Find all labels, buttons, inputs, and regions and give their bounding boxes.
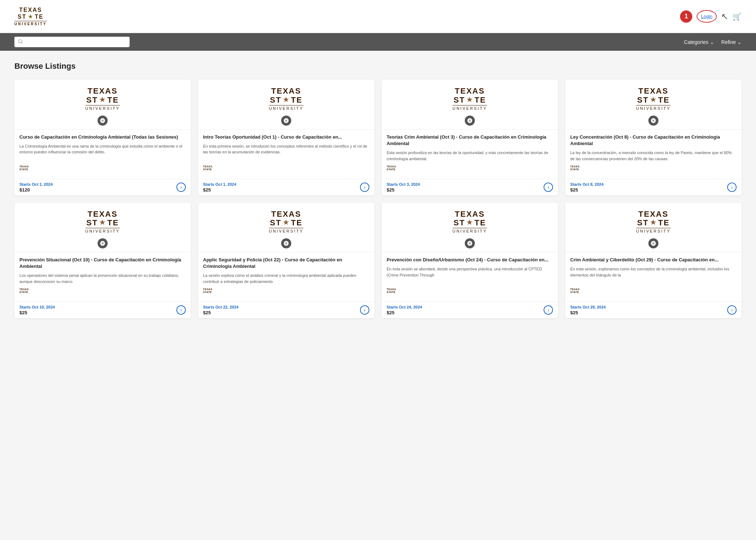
card-image: TEXAS ST ★ TE UNIVERSITY: [382, 203, 558, 252]
category-svg: [467, 240, 473, 246]
card-price: $25: [19, 310, 55, 315]
tsu-logo-line3: UNIVERSITY: [453, 105, 487, 111]
tsu-logo-line1: TEXAS: [271, 210, 301, 219]
category-svg: [651, 240, 656, 246]
card-title: Teorías Crim Ambiental (Oct 3) - Curso d…: [387, 134, 553, 147]
course-card: TEXAS ST ★ TE UNIVERSITY Applic Segurida…: [198, 203, 374, 318]
card-image: TEXAS ST ★ TE UNIVERSITY: [14, 80, 191, 129]
card-description: En esta sesión, exploramos como los conc…: [570, 266, 737, 284]
header: TEXAS ST ★ TE UNIVERSITY 1 Login ↖ 🛒: [0, 0, 756, 33]
refine-button[interactable]: Refine ⌄: [721, 39, 742, 45]
card-date: Starts Oct 1, 2024: [19, 182, 53, 186]
browse-title: Browse Listings: [14, 62, 742, 71]
card-title: Intro Teorías Oportunidad (Oct 1) - Curs…: [203, 134, 369, 140]
card-image: TEXAS ST ★ TE UNIVERSITY: [14, 203, 191, 252]
card-mini-logo: TEXAS STATE: [570, 165, 737, 171]
categories-button[interactable]: Categories ⌄: [684, 39, 714, 45]
tsu-logo-line2: ST ★ TE: [637, 96, 670, 104]
tsu-star-icon: ★: [99, 96, 106, 104]
card-footer: Starts Oct 29, 2024 $25 ›: [565, 302, 742, 318]
card-date: Starts Oct 22, 2024: [203, 305, 238, 309]
tsu-logo-line2: ST ★ TE: [454, 96, 486, 104]
tsu-logo-line1: TEXAS: [87, 87, 117, 95]
tsu-logo-line1: TEXAS: [271, 87, 301, 95]
course-card: TEXAS ST ★ TE UNIVERSITY Teorías Crim Am…: [382, 80, 558, 195]
mini-tsu-logo: TEXAS STATE: [203, 288, 212, 293]
card-date: Starts Oct 1, 2024: [203, 182, 236, 186]
mini-tsu-logo: TEXAS STATE: [19, 288, 29, 293]
tsu-logo-line1: TEXAS: [455, 87, 485, 95]
card-footer: Starts Oct 1, 2024 $25 ›: [198, 179, 374, 195]
card-footer: Starts Oct 24, 2024 $25 ›: [382, 302, 558, 318]
course-card: TEXAS ST ★ TE UNIVERSITY Ley Concentraci…: [565, 80, 742, 195]
card-arrow-button[interactable]: ›: [727, 305, 737, 315]
tsu-logo-line1: TEXAS: [87, 210, 117, 219]
search-input[interactable]: [25, 39, 126, 45]
card-description: Esta sesión profundiza en las teorías de…: [387, 150, 553, 162]
tsu-logo: TEXAS ST ★ TE UNIVERSITY: [453, 210, 487, 233]
card-image: TEXAS ST ★ TE UNIVERSITY: [382, 80, 558, 129]
tsu-logo: TEXAS ST ★ TE UNIVERSITY: [85, 210, 120, 233]
logo-texas-state: TEXAS: [19, 6, 42, 13]
logo-star-line: ST ★ TE: [18, 13, 44, 20]
tsu-logo-line2: ST ★ TE: [270, 96, 302, 104]
login-button[interactable]: Login: [697, 10, 717, 23]
cart-icon[interactable]: 🛒: [733, 12, 742, 21]
tsu-logo-line1: TEXAS: [638, 210, 668, 219]
card-footer: Starts Oct 3, 2024 $25 ›: [382, 179, 558, 195]
card-image: TEXAS ST ★ TE UNIVERSITY: [565, 80, 742, 129]
card-image: TEXAS ST ★ TE UNIVERSITY: [565, 203, 742, 252]
card-arrow-button[interactable]: ›: [176, 183, 186, 192]
card-footer: Starts Oct 22, 2024 $25 ›: [198, 302, 374, 318]
card-price: $25: [203, 187, 236, 193]
card-price: $120: [19, 187, 53, 193]
tsu-logo: TEXAS ST ★ TE UNIVERSITY: [636, 87, 671, 110]
card-date-price: Starts Oct 1, 2024 $25: [203, 182, 236, 193]
card-arrow-button[interactable]: ›: [544, 305, 553, 315]
card-description: En esta primera sesión, se introducen lo…: [203, 143, 369, 162]
tsu-logo-line2: ST ★ TE: [86, 96, 119, 104]
university-logo: TEXAS ST ★ TE UNIVERSITY: [14, 6, 47, 26]
step-badge: 1: [680, 10, 692, 23]
card-price: $25: [387, 187, 420, 193]
card-price: $25: [387, 310, 422, 315]
category-svg: [651, 118, 656, 123]
card-mini-logo: TEXAS STATE: [19, 165, 186, 171]
tsu-logo-line3: UNIVERSITY: [269, 105, 303, 111]
tsu-logo-line2: ST ★ TE: [86, 219, 119, 227]
card-footer: Starts Oct 10, 2024 $25 ›: [14, 302, 191, 318]
card-arrow-button[interactable]: ›: [727, 183, 737, 192]
card-arrow-button[interactable]: ›: [360, 305, 369, 315]
card-title: Applic Seguridad y Policía (Oct 22) - Cu…: [203, 257, 369, 270]
svg-line-1: [22, 42, 23, 44]
card-body: Crim Ambiental y Ciberdelito (Oct 29) - …: [565, 252, 742, 302]
card-date: Starts Oct 24, 2024: [387, 305, 422, 309]
tsu-star-icon: ★: [283, 96, 289, 104]
card-price: $25: [570, 187, 603, 193]
category-icon: [281, 116, 291, 126]
card-body: Teorías Crim Ambiental (Oct 3) - Curso d…: [382, 130, 558, 179]
tsu-logo-line3: UNIVERSITY: [636, 105, 671, 111]
mini-tsu-logo: TEXAS STATE: [203, 165, 212, 171]
categories-chevron-icon: ⌄: [710, 39, 714, 45]
tsu-logo-line3: UNIVERSITY: [636, 228, 671, 233]
card-footer: Starts Oct 1, 2024 $120 ›: [14, 179, 191, 195]
card-arrow-button[interactable]: ›: [176, 305, 186, 315]
header-right: 1 Login ↖ 🛒: [680, 10, 742, 23]
tsu-logo: TEXAS ST ★ TE UNIVERSITY: [636, 210, 671, 233]
category-icon: [98, 116, 108, 126]
category-svg: [100, 240, 105, 246]
card-arrow-button[interactable]: ›: [360, 183, 369, 192]
category-icon: [465, 238, 475, 248]
tsu-logo-line2: ST ★ TE: [637, 219, 670, 227]
main-content: Browse Listings TEXAS ST ★ TE UNIVERSITY…: [0, 51, 756, 329]
tsu-logo-line3: UNIVERSITY: [269, 228, 303, 233]
search-controls: Categories ⌄ Refine ⌄: [684, 39, 742, 45]
category-svg: [283, 118, 289, 123]
card-description: La ley de la concentración, a menudo con…: [570, 150, 737, 162]
card-date-price: Starts Oct 29, 2024 $25: [570, 305, 606, 315]
tsu-logo-line1: TEXAS: [638, 87, 668, 95]
tsu-logo-line2: ST ★ TE: [454, 219, 486, 227]
logo-university: UNIVERSITY: [14, 21, 47, 26]
card-arrow-button[interactable]: ›: [544, 183, 553, 192]
